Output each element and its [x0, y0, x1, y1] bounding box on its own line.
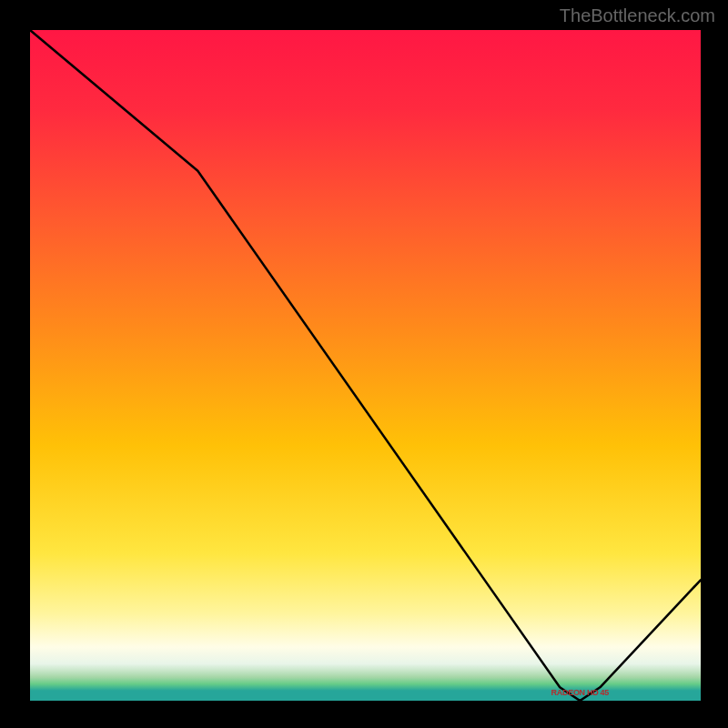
chart-plot-area: RADEON HD 45	[30, 30, 701, 701]
gpu-marker-label: RADEON HD 45	[551, 688, 609, 697]
bottleneck-curve	[30, 30, 701, 701]
watermark-text: TheBottleneck.com	[560, 5, 715, 26]
